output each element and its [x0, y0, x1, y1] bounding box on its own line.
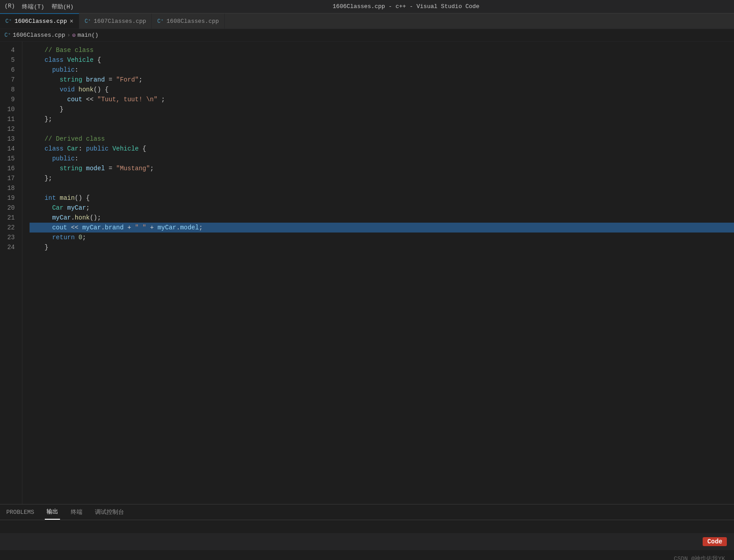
code-badge: Code — [703, 537, 727, 546]
code-line-6: public: — [30, 65, 734, 75]
code-line-10: } — [30, 104, 734, 114]
breadcrumb-sep: › — [67, 32, 70, 39]
line-num-23: 23 — [0, 233, 22, 242]
code-area: 4 5 6 7 8 9 10 11 12 13 14 15 16 17 18 1… — [0, 42, 734, 504]
line-num-24: 24 — [0, 242, 22, 252]
tabs-bar: C⁺ 1606Classes.cpp × C⁺ 1607Classes.cpp … — [0, 13, 734, 29]
window-title: 1606Classes.cpp - c++ - Visual Studio Co… — [82, 3, 730, 10]
line-num-6: 6 — [0, 65, 22, 75]
code-line-18 — [30, 183, 734, 193]
code-line-19: int main() { — [30, 193, 734, 203]
status-area: Code — [0, 533, 734, 550]
code-content[interactable]: // Base class class Vehicle { public: st… — [22, 42, 734, 504]
line-num-14: 14 — [0, 144, 22, 154]
code-line-5: class Vehicle { — [30, 55, 734, 65]
code-line-14: class Car: public Vehicle { — [30, 144, 734, 154]
tab-label-1608: 1608Classes.cpp — [167, 18, 219, 25]
breadcrumb-symbol[interactable]: main() — [77, 32, 99, 39]
code-line-22: cout << myCar.brand + " " + myCar.model; — [30, 223, 734, 233]
line-num-17: 17 — [0, 173, 22, 183]
line-num-4: 4 — [0, 45, 22, 55]
line-num-13: 13 — [0, 134, 22, 144]
tab-label-1606: 1606Classes.cpp — [14, 18, 67, 25]
breadcrumb-icon: C⁺ — [4, 32, 11, 39]
menu-bar[interactable]: (R) 终端(T) 帮助(H) — [4, 3, 73, 11]
line-num-21: 21 — [0, 213, 22, 223]
title-bar: (R) 终端(T) 帮助(H) 1606Classes.cpp - c++ - … — [0, 0, 734, 13]
code-line-11: }; — [30, 114, 734, 124]
panel: PROBLEMS 输出 终端 调试控制台 — [0, 504, 734, 533]
panel-content — [0, 520, 734, 534]
line-num-10: 10 — [0, 104, 22, 114]
panel-tab-debug[interactable]: 调试控制台 — [93, 504, 126, 520]
line-num-19: 19 — [0, 193, 22, 203]
panel-tab-output[interactable]: 输出 — [45, 504, 60, 520]
line-num-9: 9 — [0, 95, 22, 104]
code-line-23: return 0; — [30, 233, 734, 242]
panel-tabs: PROBLEMS 输出 终端 调试控制台 — [0, 504, 734, 520]
line-num-22: 22 — [0, 223, 22, 233]
panel-tab-problems[interactable]: PROBLEMS — [4, 504, 36, 520]
code-line-16: string model = "Mustang"; — [30, 164, 734, 173]
tab-1607[interactable]: C⁺ 1607Classes.cpp — [79, 13, 152, 29]
code-line-13: // Derived class — [30, 134, 734, 144]
code-line-7: string brand = "Ford"; — [30, 75, 734, 85]
panel-tab-terminal[interactable]: 终端 — [69, 504, 84, 520]
tab-1608[interactable]: C⁺ 1608Classes.cpp — [152, 13, 224, 29]
tab-icon-1608: C⁺ — [157, 18, 163, 25]
code-line-4: // Base class — [30, 45, 734, 55]
watermark-area: CSDN @神也佑我YK — [0, 550, 734, 560]
code-line-15: public: — [30, 154, 734, 164]
code-line-21: myCar.honk(); — [30, 213, 734, 223]
line-num-15: 15 — [0, 154, 22, 164]
line-num-5: 5 — [0, 55, 22, 65]
menu-terminal[interactable]: 终端(T) — [22, 3, 44, 11]
line-num-18: 18 — [0, 183, 22, 193]
breadcrumb-file[interactable]: 1606Classes.cpp — [13, 32, 65, 39]
tab-close-1606[interactable]: × — [69, 18, 73, 25]
tab-1606[interactable]: C⁺ 1606Classes.cpp × — [0, 13, 79, 29]
breadcrumb: C⁺ 1606Classes.cpp › ⊙ main() — [0, 29, 734, 42]
line-num-7: 7 — [0, 75, 22, 85]
menu-help[interactable]: 帮助(H) — [52, 3, 73, 11]
watermark-text: CSDN @神也佑我YK — [674, 555, 725, 560]
code-line-20: Car myCar; — [30, 203, 734, 213]
line-num-8: 8 — [0, 85, 22, 95]
tab-label-1607: 1607Classes.cpp — [94, 18, 146, 25]
line-num-12: 12 — [0, 124, 22, 134]
line-num-11: 11 — [0, 114, 22, 124]
line-num-20: 20 — [0, 203, 22, 213]
tab-icon-1607: C⁺ — [85, 18, 91, 25]
line-numbers: 4 5 6 7 8 9 10 11 12 13 14 15 16 17 18 1… — [0, 42, 22, 504]
code-line-8: void honk() { — [30, 85, 734, 95]
breadcrumb-symbol-icon: ⊙ — [72, 32, 76, 39]
line-num-16: 16 — [0, 164, 22, 173]
tab-icon-1606: C⁺ — [5, 18, 12, 25]
code-line-9: cout << "Tuut, tuut! \n" ; — [30, 95, 734, 104]
code-line-24: } — [30, 242, 734, 252]
code-line-12 — [30, 124, 734, 134]
menu-r[interactable]: (R) — [4, 3, 15, 11]
code-line-17: }; — [30, 173, 734, 183]
